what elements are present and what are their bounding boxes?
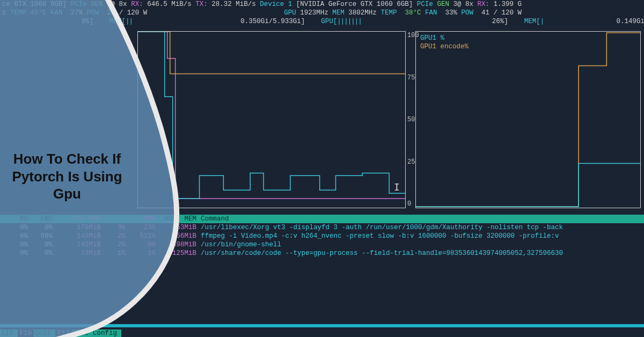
text-cursor-icon: 𝙸: [394, 181, 400, 193]
overlay-title: How To Check If Pytorch Is Using Gpu: [0, 150, 134, 203]
gpu1-chart: GPU1 % GPU1 encode%: [415, 31, 641, 208]
